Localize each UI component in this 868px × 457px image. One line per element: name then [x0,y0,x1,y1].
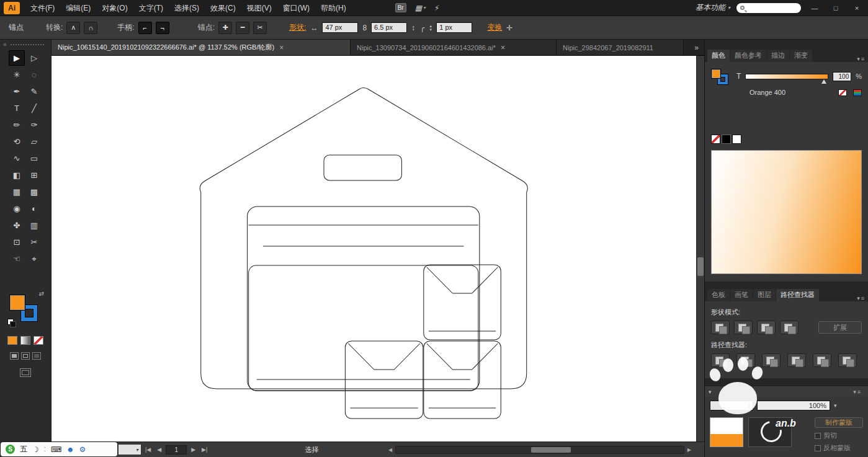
tab-swatches[interactable]: 色板 [707,289,730,301]
menu-select[interactable]: 选择(S) [169,0,205,16]
checkbox-icon[interactable] [815,433,821,439]
trim-icon[interactable] [736,353,755,367]
tab-stroke[interactable]: 描边 [767,50,789,62]
swap-fill-stroke-icon[interactable]: ⇄ [39,290,44,297]
menu-help[interactable]: 帮助(H) [315,0,352,16]
hand-tool[interactable]: ☜ [9,251,25,267]
slider-thumb-icon[interactable] [821,79,826,84]
tint-value-field[interactable]: 100 [833,72,851,81]
paintbrush-tool[interactable]: ✏ [9,117,25,133]
transparency-panel-header[interactable]: ▾ ▾≡ [705,386,868,397]
unite-icon[interactable] [711,321,730,334]
bridge-icon[interactable]: Br [395,3,406,12]
column-graph-tool[interactable]: ▥ [26,218,42,233]
draw-behind-icon[interactable] [21,352,30,360]
invert-mask-checkbox[interactable]: 反相蒙版 [815,443,851,453]
direct-selection-tool[interactable]: ▷ [26,50,42,66]
corner-stepper[interactable]: ▲▼ [429,24,432,32]
document-tab-1[interactable]: Nipic_10615140_20191021092322666676.ai* … [51,40,351,55]
mask-thumbnail[interactable] [748,417,792,447]
white-swatch[interactable] [732,135,741,144]
none-button[interactable] [34,336,43,345]
zoom-level-select[interactable]: ▾ [119,445,141,455]
divide-icon[interactable] [711,353,730,367]
close-tab-icon[interactable]: × [279,43,284,52]
scroll-right-icon[interactable]: ▶ [684,447,694,453]
outline-icon[interactable] [813,353,831,367]
last-artboard-button[interactable]: ▶| [200,446,209,453]
blend-tool[interactable]: ◐ [26,201,42,216]
hide-handles-button[interactable]: ¬ [156,22,169,34]
slice-tool[interactable]: ✂ [26,234,42,250]
selection-tool[interactable]: ▶ [9,50,25,66]
panel-menu-icon[interactable]: ▾≡ [857,295,868,301]
person-icon[interactable]: ☻ [66,445,74,454]
rgb-spectrum-icon[interactable] [853,89,862,96]
expand-button[interactable]: 扩展 [818,321,862,334]
menu-view[interactable]: 视图(V) [241,0,277,16]
wrench-icon[interactable]: ⚙ [79,445,86,454]
prev-artboard-button[interactable]: ◀ [155,446,163,453]
screen-mode-button[interactable] [20,368,31,377]
fill-proxy-swatch[interactable] [711,69,721,79]
menu-edit[interactable]: 编辑(E) [60,0,96,16]
constrain-link-icon[interactable]: 8 [362,24,367,32]
gpu-performance-icon[interactable]: ⚡ [434,4,439,12]
fill-swatch[interactable] [9,295,25,311]
magic-wand-tool[interactable]: ✳ [9,67,25,82]
keyboard-icon[interactable]: ⌨ [51,445,61,454]
convert-to-smooth-button[interactable]: ∩ [84,22,97,34]
canvas[interactable] [51,56,704,441]
minus-back-icon[interactable] [838,353,857,367]
menu-window[interactable]: 窗口(W) [277,0,315,16]
shape-height-field[interactable]: 6.5 px [371,22,407,33]
blob-brush-tool[interactable]: ✑ [26,117,42,133]
make-mask-button[interactable]: 制作蒙版 [815,417,863,428]
free-transform-tool[interactable]: ▭ [26,151,42,166]
horizontal-scrollbar-thumb[interactable] [531,447,571,453]
pencil-tool[interactable]: ✎ [26,84,42,99]
remove-anchor-button[interactable]: ━ [236,22,249,34]
collapse-panel-icon[interactable]: « [3,41,7,48]
gradient-button[interactable] [20,336,30,345]
panel-menu-icon[interactable]: ▾≡ [853,389,864,395]
gradient-spectrum-preview[interactable] [711,150,862,274]
tab-layers[interactable]: 图层 [753,289,776,301]
add-anchor-button[interactable]: ✚ [218,22,232,34]
gradient-tool[interactable]: ▩ [26,184,42,200]
document-tab-3[interactable]: Nipic_29842067_2019082911 [557,40,684,55]
panel-menu-icon[interactable]: ▾≡ [857,56,868,62]
sogou-icon[interactable]: S [6,445,15,454]
opacity-field[interactable]: 100% [757,401,830,410]
vertical-scrollbar[interactable] [696,56,704,441]
close-button[interactable]: × [849,0,864,16]
next-artboard-button[interactable]: ▶ [189,446,197,453]
checkbox-icon[interactable] [815,445,821,451]
menu-effect[interactable]: 效果(C) [205,0,241,16]
opacity-caret-icon[interactable]: ▾ [834,402,837,409]
search-input[interactable] [736,3,801,13]
tint-slider[interactable] [745,74,828,79]
artboard-tool[interactable]: ⊡ [9,234,25,250]
shape-builder-tool[interactable]: ◧ [9,167,25,183]
convert-to-corner-button[interactable]: ∧ [66,22,80,34]
black-swatch[interactable] [722,135,731,144]
arrange-documents-icon[interactable]: ▦▾ [415,4,426,12]
workspace-switcher[interactable]: 基本功能▾ [696,2,730,13]
cut-path-button[interactable]: ✂ [253,22,267,34]
intersect-icon[interactable] [757,321,776,334]
minimize-button[interactable]: — [807,0,822,16]
corner-radius-field[interactable]: 1 px [436,22,472,33]
scale-tool[interactable]: ▱ [26,134,42,149]
transform-link[interactable]: 变换 [487,22,502,33]
none-swatch[interactable] [711,135,720,144]
eyedropper-tool[interactable]: ◉ [9,201,25,216]
width-tool[interactable]: ∿ [9,151,25,166]
tab-color-guide[interactable]: 颜色参考 [730,50,766,62]
moon-icon[interactable]: ☽ [32,445,39,454]
tab-brushes[interactable]: 画笔 [730,289,753,301]
first-artboard-button[interactable]: |◀ [143,446,153,453]
menu-file[interactable]: 文件(F) [25,0,60,16]
shape-link[interactable]: 形状: [289,22,306,33]
restore-button[interactable]: □ [828,0,843,16]
